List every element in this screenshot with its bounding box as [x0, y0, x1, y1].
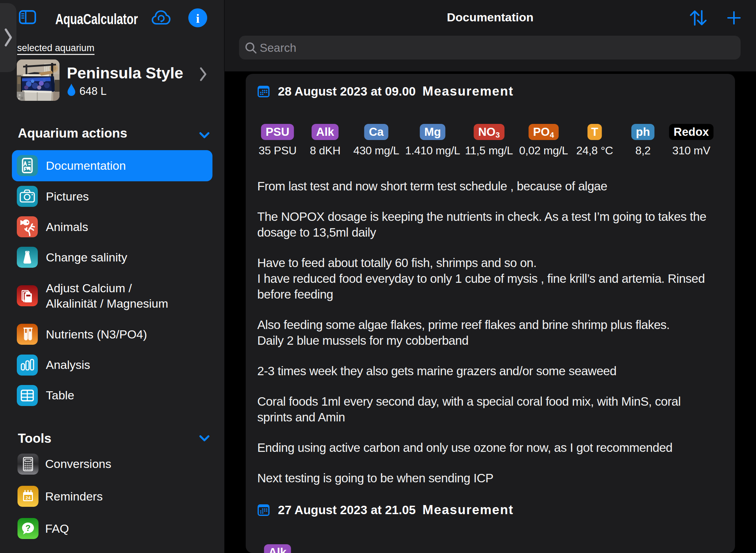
svg-text:24: 24 — [26, 495, 31, 500]
svg-text:?: ? — [26, 523, 31, 533]
svg-text:i: i — [196, 12, 200, 26]
